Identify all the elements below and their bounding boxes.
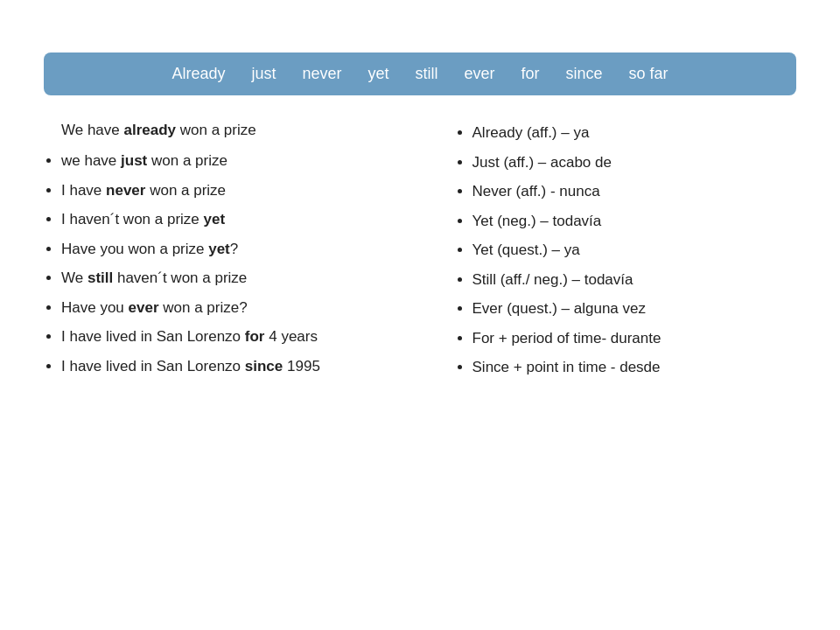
list-item: Yet (quest.) – ya: [472, 239, 796, 262]
header-word: so far: [629, 65, 668, 83]
list-item: we have just won a prize: [61, 150, 420, 172]
header-word: since: [566, 65, 603, 83]
list-item: I have lived in San Lorenzo for 4 years: [61, 326, 420, 348]
header-word: yet: [368, 65, 388, 83]
sentence-list: we have just won a prizeI have never won…: [44, 150, 420, 377]
list-item: Never (aff.) - nunca: [472, 180, 796, 203]
list-item: Have you won a prize yet?: [61, 238, 420, 261]
list-item: I have lived in San Lorenzo since 1995: [61, 355, 420, 378]
header-word: just: [251, 65, 276, 83]
header-word: still: [416, 65, 438, 83]
list-item: Since + point in time - desde: [472, 356, 796, 379]
header-bar: Alreadyjustneveryetstilleverforsinceso f…: [44, 52, 796, 95]
header-word: ever: [465, 65, 495, 83]
list-item: Still (aff./ neg.) – todavía: [472, 269, 796, 291]
list-item: We still haven´t won a prize: [61, 267, 420, 290]
left-column: We have already won a prizewe have just …: [44, 122, 420, 386]
list-item: Ever (quest.) – alguna vez: [472, 298, 796, 320]
header-word: never: [302, 65, 341, 83]
content-area: We have already won a prizewe have just …: [44, 122, 796, 386]
list-item: For + period of time- durante: [472, 327, 796, 350]
page: Alreadyjustneveryetstilleverforsinceso f…: [0, 0, 840, 630]
list-item: I have never won a prize: [61, 179, 420, 202]
translation-list: Already (aff.) – yaJust (aff.) – acabo d…: [455, 122, 796, 379]
header-word: for: [522, 65, 540, 83]
list-item: I haven´t won a prize yet: [61, 208, 420, 231]
list-item: Just (aff.) – acabo de: [472, 151, 796, 174]
right-column: Already (aff.) – yaJust (aff.) – acabo d…: [455, 122, 796, 386]
list-item: Already (aff.) – ya: [472, 122, 796, 144]
list-item: Have you ever won a prize?: [61, 297, 420, 319]
first-sentence: We have already won a prize: [61, 122, 420, 139]
header-word: Already: [172, 65, 225, 83]
list-item: Yet (neg.) – todavía: [472, 210, 796, 233]
